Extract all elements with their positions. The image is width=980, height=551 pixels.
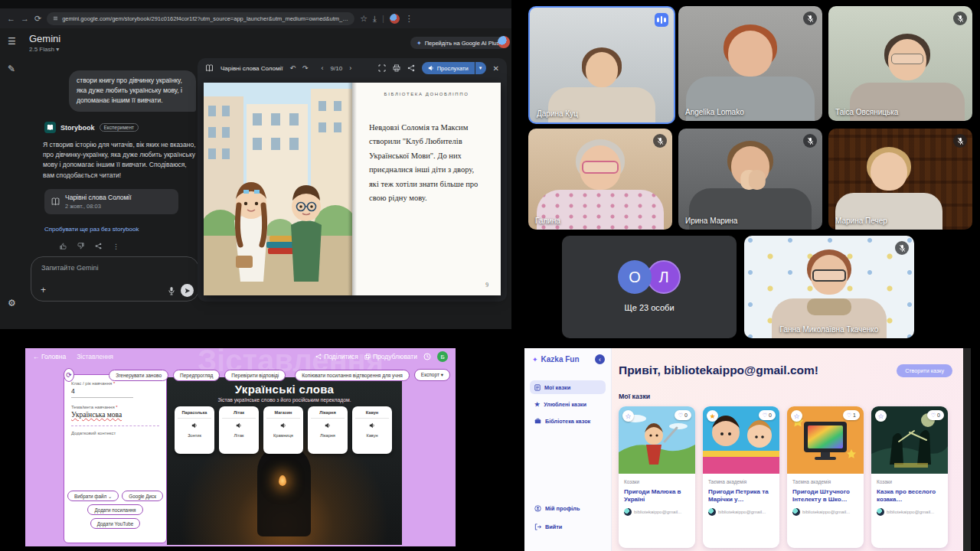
address-bar[interactable]: gemini.google.com/gem/storybook/291c0162… bbox=[47, 12, 354, 25]
listen-dropdown[interactable]: ▾ bbox=[475, 62, 486, 74]
settings-icon[interactable]: ⚙ bbox=[8, 298, 16, 308]
thumbs-down-icon[interactable] bbox=[77, 243, 84, 249]
audio-icon[interactable] bbox=[369, 422, 375, 429]
tale-title[interactable]: Казка про веселого козака… bbox=[877, 488, 942, 504]
share-button[interactable]: Поділитися bbox=[315, 353, 358, 360]
main-menu-icon[interactable]: ☰ bbox=[8, 36, 16, 47]
reload-icon[interactable]: ⟳ bbox=[34, 15, 41, 23]
browser-menu-icon[interactable]: ⋮ bbox=[405, 15, 413, 23]
more-options-icon[interactable]: ⋮ bbox=[113, 243, 119, 250]
regenerate-button[interactable]: Згенерувати заново bbox=[109, 370, 168, 381]
star-badge-icon[interactable]: ★ bbox=[707, 410, 718, 422]
choose-file-button[interactable]: Вибрати файл ⌄ bbox=[67, 491, 119, 501]
context-input[interactable] bbox=[71, 435, 159, 491]
sidebar-item-logout[interactable]: Вийти bbox=[530, 520, 606, 533]
participant-tile[interactable]: Марина Печер bbox=[828, 129, 972, 230]
forward-icon[interactable]: → bbox=[21, 15, 29, 23]
tale-card[interactable]: ☆ ♡1 Таємна академія Пригоди Штучного Ін… bbox=[787, 406, 864, 548]
topic-input[interactable]: Українська мова bbox=[71, 409, 159, 421]
participant-tile[interactable]: Таіса Овсяницька bbox=[828, 6, 972, 121]
star-badge-icon[interactable]: ☆ bbox=[791, 410, 802, 422]
thumbs-up-icon[interactable] bbox=[60, 243, 67, 249]
prompt-input[interactable]: Запитайте Gemini + bbox=[31, 256, 199, 302]
share-icon[interactable] bbox=[407, 64, 415, 72]
mic-icon[interactable] bbox=[168, 286, 175, 295]
tale-card[interactable]: ☆ ♡0 Козаки Казка про веселого козака… b… bbox=[871, 406, 948, 548]
class-input[interactable]: 4 bbox=[71, 386, 133, 398]
browser-profile-avatar[interactable] bbox=[390, 14, 400, 24]
storybook-result-card[interactable]: Чарівні слова Соломії 2 жовт., 08:03 bbox=[44, 189, 178, 214]
export-button[interactable]: Експорт ▾ bbox=[414, 369, 450, 381]
sidebar-item-profile[interactable]: Мій профіль bbox=[530, 501, 606, 515]
duplicate-button[interactable]: Продублювати bbox=[364, 353, 417, 360]
regenerate-icon-button[interactable]: ⟳ bbox=[64, 368, 74, 382]
send-icon[interactable] bbox=[181, 284, 194, 297]
check-answers-button[interactable]: Перевірити відповіді bbox=[224, 370, 286, 381]
add-attachment-icon[interactable]: + bbox=[41, 285, 46, 295]
upgrade-button[interactable]: ✦ Перейдіть на Google AI Plus bbox=[410, 37, 505, 49]
overflow-participants-tile[interactable]: О Л Ще 23 особи bbox=[562, 236, 737, 338]
storybook-toolbar: Чарівні слова Соломії ↶ ↷ ‹ 9/10 › Просл… bbox=[198, 58, 507, 78]
back-icon[interactable]: ← bbox=[7, 15, 15, 23]
audio-icon[interactable] bbox=[280, 422, 286, 429]
add-youtube-button[interactable]: Додати YouTube bbox=[90, 518, 141, 529]
participant-tile[interactable]: Галина bbox=[528, 129, 672, 230]
author-avatar bbox=[708, 508, 716, 516]
page-indicator: 9/10 bbox=[331, 65, 343, 72]
back-button[interactable]: ← Головна bbox=[33, 353, 66, 360]
listen-button[interactable]: Прослухати bbox=[422, 62, 475, 74]
undo-icon[interactable]: ↶ bbox=[289, 64, 296, 72]
likes-badge[interactable]: ♡0 bbox=[927, 410, 944, 420]
sidebar-item-favorite-tales[interactable]: ★ Улюблені казки bbox=[530, 397, 606, 411]
star-badge-icon[interactable]: ☆ bbox=[875, 410, 887, 422]
audio-icon[interactable] bbox=[191, 422, 198, 429]
prev-page-icon[interactable]: ‹ bbox=[322, 64, 324, 72]
audio-icon[interactable] bbox=[325, 422, 331, 429]
redo-icon[interactable]: ↷ bbox=[302, 64, 309, 72]
retry-without-storybook-link[interactable]: Спробувати ще раз без storybook bbox=[44, 226, 139, 233]
experiment-badge: Експеримент bbox=[100, 123, 139, 132]
word-card[interactable]: Парасолька Зонтик bbox=[175, 406, 214, 454]
fullscreen-icon[interactable] bbox=[378, 64, 386, 72]
tale-title[interactable]: Пригоди Штучного Інтелекту в Шко… bbox=[792, 488, 858, 504]
preview-button[interactable]: Передпрогляд bbox=[173, 370, 220, 381]
participant-tile[interactable]: Ирина Марина bbox=[678, 129, 822, 230]
word-card[interactable]: Магазин Крамниця bbox=[263, 406, 303, 454]
bookmark-star-icon[interactable]: ☆ bbox=[360, 15, 368, 23]
participant-name: Таіса Овсяницька bbox=[835, 108, 898, 116]
download-icon[interactable]: ⤓ bbox=[373, 15, 377, 23]
star-badge-icon[interactable]: ☆ bbox=[622, 410, 634, 422]
word-card[interactable]: Кавун Кавун bbox=[352, 406, 392, 454]
storybook-gem-icon bbox=[44, 122, 56, 133]
tale-card[interactable]: ★ ♡0 Таємна академія Пригоди Петрика та … bbox=[703, 406, 779, 548]
share-icon[interactable] bbox=[95, 243, 102, 249]
word-card[interactable]: Лікарня Лікарня bbox=[308, 406, 348, 454]
close-icon[interactable]: ✕ bbox=[493, 64, 499, 73]
likes-badge[interactable]: ♡0 bbox=[759, 410, 776, 420]
sidebar-item-tale-library[interactable]: Бібліотека казок bbox=[530, 414, 606, 428]
sidebar-item-my-tales[interactable]: Мої казки bbox=[530, 380, 606, 394]
model-selector[interactable]: 2.5 Flash ▾ bbox=[29, 46, 59, 53]
word-card[interactable]: Літак Літак bbox=[219, 406, 259, 454]
tale-card[interactable]: ☆ ♡0 Козаки Пригоди Малюка в Україні bib… bbox=[619, 406, 695, 548]
likes-badge[interactable]: ♡0 bbox=[675, 410, 691, 420]
copy-student-link-button[interactable]: Копіювати посилання відтворення для учня bbox=[295, 370, 410, 381]
audio-icon[interactable] bbox=[236, 422, 242, 429]
print-icon[interactable] bbox=[393, 64, 400, 72]
history-clock-icon[interactable] bbox=[423, 353, 431, 360]
participant-tile[interactable]: Angelika Lomako bbox=[678, 6, 822, 121]
google-drive-button[interactable]: Google Диск bbox=[122, 491, 163, 501]
sidebar-collapse-button[interactable]: ‹ bbox=[595, 354, 605, 364]
scrollbar[interactable] bbox=[963, 348, 971, 551]
create-tale-button[interactable]: Створити казку bbox=[897, 364, 952, 377]
participant-tile[interactable]: Дарина Куц bbox=[528, 6, 675, 124]
tale-title[interactable]: Пригоди Петрика та Марічки у… bbox=[708, 488, 774, 504]
user-avatar[interactable]: Б bbox=[437, 351, 448, 362]
add-link-button[interactable]: Додати посилання bbox=[87, 504, 142, 515]
likes-badge[interactable]: ♡1 bbox=[843, 410, 860, 420]
new-chat-icon[interactable]: ✎ bbox=[8, 64, 15, 74]
tale-title[interactable]: Пригоди Малюка в Україні bbox=[624, 488, 690, 504]
account-avatar[interactable] bbox=[498, 36, 510, 48]
next-page-icon[interactable]: › bbox=[349, 64, 351, 72]
participant-tile[interactable]: Ганна Миколаївна Ткаченко bbox=[744, 236, 914, 338]
